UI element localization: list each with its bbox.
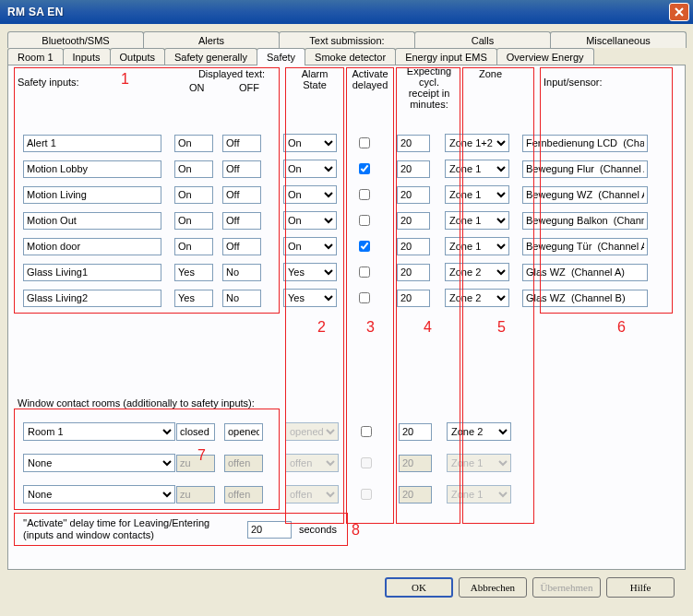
- annotation-2: 2: [317, 319, 326, 336]
- alarm-state-label: Alarm State: [294, 68, 335, 90]
- tab-calls[interactable]: Calls: [414, 31, 551, 48]
- safety-input-name[interactable]: [23, 160, 161, 178]
- zone-select[interactable]: Zone 1: [445, 160, 509, 178]
- input-sensor-field[interactable]: [522, 290, 648, 307]
- activate-delayed-label: Activate delayed: [347, 68, 393, 90]
- expecting-minutes-input[interactable]: [397, 186, 430, 204]
- alarm-state-select[interactable]: Yes: [283, 289, 337, 307]
- alarm-state-select[interactable]: On: [283, 237, 337, 255]
- input-sensor-field[interactable]: [522, 160, 648, 178]
- display-on-input[interactable]: [174, 212, 213, 230]
- display-on-input[interactable]: [174, 238, 213, 255]
- activate-delayed-checkbox[interactable]: [359, 241, 370, 252]
- opened-text-input: [224, 486, 263, 503]
- annotation-6: 6: [617, 319, 626, 336]
- expecting-minutes-input[interactable]: [397, 238, 430, 255]
- zone-select[interactable]: Zone 2: [447, 422, 511, 441]
- expecting-minutes-input[interactable]: [397, 290, 430, 307]
- expecting-minutes-input[interactable]: [397, 264, 430, 281]
- closed-text-input: [176, 486, 215, 503]
- cancel-button[interactable]: Abbrechen: [459, 577, 527, 598]
- safety-input-name[interactable]: [23, 135, 161, 152]
- activate-delayed-checkbox[interactable]: [359, 292, 370, 303]
- display-on-input[interactable]: [174, 264, 213, 281]
- delay-unit-label: seconds: [299, 524, 337, 535]
- expecting-minutes-input[interactable]: [399, 423, 432, 441]
- tab-safety[interactable]: Safety: [257, 48, 305, 65]
- alarm-state-select[interactable]: Yes: [283, 263, 337, 281]
- alarm-state-select[interactable]: On: [283, 160, 337, 178]
- display-on-input[interactable]: [174, 186, 213, 204]
- apply-button: Übernehmen: [532, 577, 601, 598]
- tab-energy-input-ems[interactable]: Energy input EMS: [395, 48, 497, 65]
- activate-delayed-checkbox[interactable]: [359, 137, 370, 148]
- display-off-input[interactable]: [222, 212, 261, 230]
- display-on-input[interactable]: [174, 135, 213, 152]
- activate-delayed-checkbox[interactable]: [359, 189, 370, 200]
- tab-outputs[interactable]: Outputs: [110, 48, 166, 65]
- display-on-input[interactable]: [174, 160, 213, 178]
- tab-bluetooth-sms[interactable]: Bluetooth/SMS: [7, 31, 144, 48]
- activate-delayed-checkbox: [361, 489, 372, 500]
- zone-select[interactable]: Zone 1: [445, 185, 509, 204]
- expecting-minutes-input[interactable]: [397, 160, 430, 178]
- input-sensor-field[interactable]: [522, 238, 648, 255]
- tab-pane-safety: Safety inputs: Displayed text: ON OFF Al…: [7, 65, 686, 570]
- display-off-input[interactable]: [222, 160, 261, 178]
- display-off-input[interactable]: [222, 135, 261, 152]
- activate-delayed-checkbox[interactable]: [359, 163, 370, 174]
- alarm-state-select[interactable]: On: [283, 134, 337, 152]
- zone-select[interactable]: Zone 2: [445, 263, 509, 281]
- safety-inputs-label: Safety inputs:: [18, 77, 79, 88]
- tab-overview-energy[interactable]: Overview Energy: [496, 48, 594, 65]
- on-label: ON: [189, 82, 205, 93]
- tab-room-1[interactable]: Room 1: [7, 48, 64, 65]
- help-button[interactable]: Hilfe: [606, 577, 675, 598]
- close-icon[interactable]: [669, 3, 689, 21]
- display-off-input[interactable]: [222, 186, 261, 204]
- annotation-8: 8: [352, 522, 360, 539]
- safety-input-name[interactable]: [23, 186, 161, 204]
- expecting-minutes-input: [399, 455, 432, 472]
- expecting-minutes-input[interactable]: [397, 135, 430, 152]
- input-sensor-field[interactable]: [522, 264, 648, 281]
- expecting-minutes-input: [399, 486, 432, 503]
- activate-delayed-checkbox[interactable]: [361, 426, 372, 437]
- room-select[interactable]: None: [23, 454, 175, 472]
- delay-value-input[interactable]: [247, 521, 292, 539]
- tab-alerts[interactable]: Alerts: [143, 31, 280, 48]
- ok-button[interactable]: OK: [385, 577, 453, 598]
- display-off-input[interactable]: [222, 238, 261, 255]
- tab-text-submission-[interactable]: Text submission:: [279, 31, 415, 48]
- zone-select[interactable]: Zone 1: [445, 237, 509, 255]
- zone-select[interactable]: Zone 2: [445, 289, 509, 307]
- display-off-input[interactable]: [222, 264, 261, 281]
- tab-smoke-detector[interactable]: Smoke detector: [305, 48, 396, 65]
- opened-text-input[interactable]: [224, 423, 263, 441]
- safety-input-name[interactable]: [23, 238, 161, 255]
- closed-text-input: [176, 455, 215, 472]
- closed-text-input[interactable]: [176, 423, 215, 441]
- safety-input-name[interactable]: [23, 290, 161, 307]
- safety-input-name[interactable]: [23, 264, 161, 281]
- room-select[interactable]: None: [23, 485, 175, 503]
- activate-delayed-checkbox[interactable]: [359, 267, 370, 278]
- alarm-state-select[interactable]: On: [283, 211, 337, 230]
- input-sensor-field[interactable]: [522, 212, 648, 230]
- delay-label: ''Activate'' delay time for Leaving/Ente…: [23, 517, 242, 541]
- annotation-1: 1: [121, 71, 129, 88]
- tab-inputs[interactable]: Inputs: [63, 48, 111, 65]
- alarm-state-select[interactable]: On: [283, 185, 337, 204]
- expecting-minutes-input[interactable]: [397, 212, 430, 230]
- zone-select[interactable]: Zone 1: [445, 211, 509, 230]
- safety-input-name[interactable]: [23, 212, 161, 230]
- room-select[interactable]: Room 1: [23, 422, 175, 441]
- display-on-input[interactable]: [174, 290, 213, 307]
- input-sensor-field[interactable]: [522, 186, 648, 204]
- input-sensor-field[interactable]: [522, 135, 648, 152]
- tab-safety-generally[interactable]: Safety generally: [164, 48, 257, 65]
- tab-miscellaneous[interactable]: Miscellaneous: [550, 31, 687, 48]
- zone-select[interactable]: Zone 1+2: [445, 134, 509, 152]
- display-off-input[interactable]: [222, 290, 261, 307]
- activate-delayed-checkbox[interactable]: [359, 215, 370, 226]
